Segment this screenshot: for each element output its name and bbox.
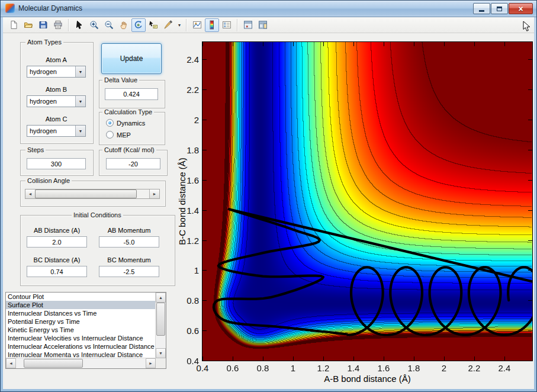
atom-c-select[interactable]: hydrogen ▼ xyxy=(27,125,86,137)
open-file-button[interactable] xyxy=(21,18,36,32)
app-icon xyxy=(5,4,15,13)
print-icon xyxy=(53,20,63,30)
data-cursor-button[interactable] xyxy=(146,18,160,32)
atom-b-label: Atom B xyxy=(20,86,92,93)
y-tick-label: 0.6 xyxy=(173,326,199,336)
plot-type-item[interactable]: Contour Plot xyxy=(6,293,156,301)
y-tick-label: 2.2 xyxy=(173,85,199,95)
bc-distance-label: BC Distance (A) xyxy=(24,256,89,264)
plot-type-item[interactable]: Potential Energy vs Time xyxy=(6,317,156,326)
x-tick-label: 1 xyxy=(282,363,304,373)
zoom-out-button[interactable] xyxy=(102,18,116,32)
y-tick-label: 1.4 xyxy=(173,205,199,216)
y-tick-label: 1.2 xyxy=(173,236,199,246)
toolbar-separator xyxy=(68,19,69,31)
atom-b-value: hydrogen xyxy=(27,98,75,105)
plot-type-item[interactable]: Internuclear Velocities vs Internuclear … xyxy=(6,334,156,342)
ab-momentum-input[interactable] xyxy=(99,236,159,248)
rotate-3d-icon xyxy=(134,20,143,30)
insert-legend-button[interactable] xyxy=(220,18,234,32)
minimize-icon xyxy=(479,10,484,12)
scrollbar-corner xyxy=(156,358,166,368)
plot-type-item[interactable]: Kinetic Energy vs Time xyxy=(6,326,156,334)
close-button[interactable]: × xyxy=(509,3,533,14)
x-axis-label: A-B bond distance (Å) xyxy=(202,374,532,384)
x-tick-label: 1.2 xyxy=(313,363,334,373)
y-tick-label: 2 xyxy=(173,115,199,125)
plot-canvas[interactable] xyxy=(202,41,533,361)
bc-momentum-label: BC Momentum xyxy=(97,256,162,264)
ab-distance-input[interactable] xyxy=(27,236,87,248)
plot-type-item[interactable]: Internuclear Accelerations vs Internucle… xyxy=(6,342,156,351)
titlebar: Molecular Dynamics × xyxy=(1,1,536,17)
slider-left-arrow[interactable]: ◄ xyxy=(25,189,36,198)
atom-b-select[interactable]: hydrogen ▼ xyxy=(27,95,86,107)
edit-plot-button[interactable] xyxy=(72,18,86,32)
x-tick-label: 1.6 xyxy=(373,363,394,373)
scroll-right-icon[interactable]: ► xyxy=(146,358,156,368)
window-title: Molecular Dynamics xyxy=(18,4,82,12)
minimize-button[interactable] xyxy=(473,3,490,14)
chevron-down-icon: ▼ xyxy=(75,66,85,77)
y-tick-label: 2.4 xyxy=(173,54,199,65)
cutoff-input[interactable] xyxy=(106,158,160,169)
print-figure-button[interactable] xyxy=(51,18,65,32)
plot-type-item[interactable]: Internuclear Distances vs Time xyxy=(6,309,156,317)
slider-thumb[interactable] xyxy=(35,189,137,198)
brush-button[interactable] xyxy=(161,18,175,32)
brush-icon xyxy=(163,20,173,30)
save-figure-button[interactable] xyxy=(36,18,50,32)
show-plot-tools-button[interactable] xyxy=(256,18,270,32)
brush-dropdown-button[interactable]: ▾ xyxy=(176,18,183,32)
radio-mep-label: MEP xyxy=(117,131,131,139)
maximize-button[interactable] xyxy=(491,3,508,14)
zoom-in-button[interactable] xyxy=(87,18,101,32)
plot-type-item[interactable]: Surface Plot xyxy=(6,301,156,309)
bc-distance-input[interactable] xyxy=(27,266,87,277)
update-button[interactable]: Update xyxy=(101,43,162,74)
steps-input[interactable] xyxy=(27,158,86,169)
maximize-icon xyxy=(497,7,502,11)
x-tick-label: 0.6 xyxy=(222,363,243,373)
mouse-cursor xyxy=(523,21,530,34)
radio-dynamics[interactable]: Dynamics xyxy=(106,119,145,127)
initial-conditions-title: Initial Conditions xyxy=(72,211,123,219)
scroll-down-icon[interactable]: ▼ xyxy=(156,348,166,358)
rotate-3d-button[interactable] xyxy=(131,18,146,32)
scroll-left-icon[interactable]: ◄ xyxy=(6,358,16,368)
horizontal-scroll-thumb[interactable] xyxy=(24,359,83,368)
y-tick-label: 1.8 xyxy=(173,145,199,155)
slider-right-arrow[interactable]: ► xyxy=(149,189,159,198)
collision-angle-title: Collision Angle xyxy=(25,177,72,184)
listbox-horizontal-scrollbar[interactable]: ◄ ► xyxy=(6,358,156,368)
pan-button[interactable] xyxy=(117,18,131,32)
cutoff-title: Cutoff (Kcal/ mol) xyxy=(102,146,156,153)
data-cursor-icon xyxy=(149,20,158,30)
pointer-icon xyxy=(75,20,84,30)
zoom-in-icon xyxy=(89,20,99,30)
chevron-down-icon: ▼ xyxy=(75,96,85,107)
vertical-scroll-thumb[interactable] xyxy=(156,303,165,336)
open-folder-icon xyxy=(24,20,33,30)
radio-mep[interactable]: MEP xyxy=(106,131,131,139)
caption-buttons: × xyxy=(473,3,533,14)
toolbar-separator xyxy=(186,19,187,31)
insert-colorbar-button[interactable] xyxy=(205,18,219,32)
y-tick-label: 1.6 xyxy=(173,175,199,185)
collision-angle-slider[interactable]: ◄ ► xyxy=(25,189,160,199)
scroll-up-icon[interactable]: ▲ xyxy=(156,293,166,303)
hide-plot-tools-button[interactable] xyxy=(241,18,255,32)
close-icon: × xyxy=(518,5,523,13)
radio-dynamics-label: Dynamics xyxy=(117,120,145,127)
listbox-vertical-scrollbar[interactable]: ▲ ▼ xyxy=(155,293,166,358)
bc-momentum-input[interactable] xyxy=(99,266,159,277)
link-plot-button[interactable] xyxy=(190,18,204,32)
x-tick-label: 0.8 xyxy=(252,363,274,373)
link-plot-icon xyxy=(192,20,202,30)
new-figure-button[interactable] xyxy=(7,18,21,32)
delta-value-input[interactable] xyxy=(105,88,158,100)
x-tick-label: 1.8 xyxy=(403,363,425,373)
calculation-type-group xyxy=(99,112,165,145)
atom-a-select[interactable]: hydrogen ▼ xyxy=(27,66,86,78)
x-tick-label: 2.2 xyxy=(464,363,485,373)
